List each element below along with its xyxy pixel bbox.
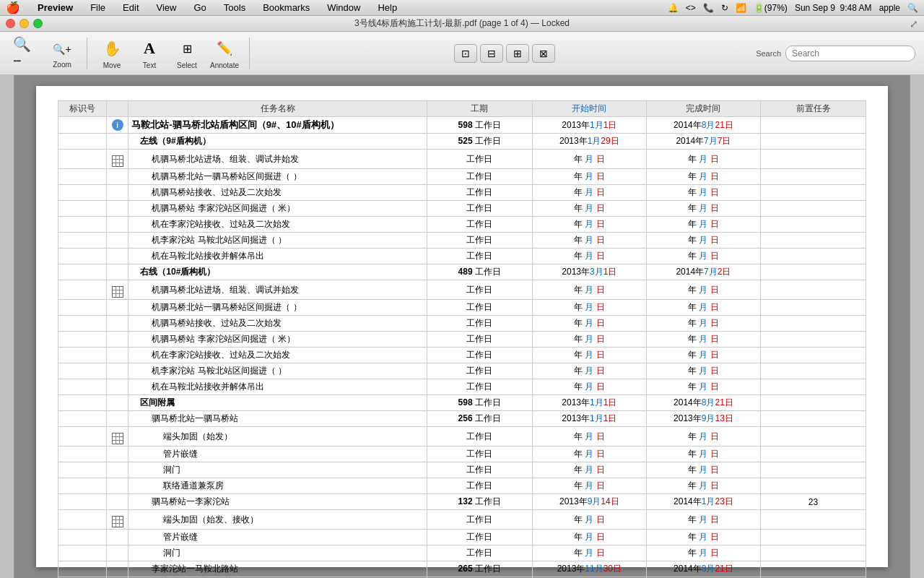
cell-duration: 工作日 xyxy=(427,169,532,185)
maximize-button[interactable] xyxy=(33,19,43,28)
cell-end: 2014年7月7日 xyxy=(646,134,760,150)
date-day-empty: 日 xyxy=(710,334,719,344)
notification-icon[interactable]: 🔔 xyxy=(668,3,679,13)
annotate-tool[interactable]: ✏️ Annotate xyxy=(209,37,240,69)
cell-end: 年 月 日 xyxy=(646,185,760,201)
cell-id xyxy=(58,201,107,217)
menu-bookmarks[interactable]: Bookmarks xyxy=(260,1,313,14)
date-year: 2013年 xyxy=(562,267,590,277)
text-icon[interactable]: A xyxy=(138,37,161,60)
date-day-empty: 日 xyxy=(710,514,719,525)
cell-prev xyxy=(761,264,866,280)
zoom-out-tool[interactable]: 🔍− xyxy=(9,41,40,66)
date-month-empty: 月 xyxy=(585,285,593,295)
select-tool[interactable]: ⊞ Select xyxy=(171,37,203,69)
text-tool[interactable]: A Text xyxy=(134,37,165,69)
cell-prev xyxy=(761,201,866,217)
date-day: 21日 xyxy=(715,564,733,574)
date-day-empty: 日 xyxy=(710,285,719,295)
cell-icon xyxy=(106,545,128,561)
date-year-empty: 年 xyxy=(688,334,697,344)
cell-duration: 工作日 xyxy=(427,348,532,363)
cell-name: 机在马鞍北站接收并解体吊出 xyxy=(128,249,427,264)
zoom-in-tool[interactable]: 🔍+ Zoom xyxy=(46,38,78,69)
table-row: 左线（9#盾构机） 525 工作日 2013年1月29日 2014年7月7日 xyxy=(58,134,866,150)
search-menubar-icon[interactable]: 🔍 xyxy=(907,3,918,13)
cell-id xyxy=(58,510,107,530)
date-day-empty: 日 xyxy=(710,350,719,360)
date-day: 14日 xyxy=(601,496,619,506)
titlebar: 3号线4标盾构施工计划-最新.pdf (page 1 of 4) — Locke… xyxy=(0,16,924,32)
cell-duration: 工作日 xyxy=(427,462,532,478)
cell-start: 年 月 日 xyxy=(532,249,646,264)
menu-file[interactable]: File xyxy=(87,1,108,14)
table-row: 洞门 工作日 年 月 日 年 月 日 xyxy=(58,462,866,478)
cell-prev: 23 xyxy=(761,494,866,510)
date-year-empty: 年 xyxy=(574,219,583,229)
cell-prev xyxy=(761,530,866,545)
menu-go[interactable]: Go xyxy=(191,1,209,14)
cell-start: 年 月 日 xyxy=(532,510,646,530)
view-btn-2[interactable]: ⊟ xyxy=(480,44,503,63)
close-button[interactable] xyxy=(6,19,15,28)
date-year-empty: 年 xyxy=(688,235,697,245)
view-btn-1[interactable]: ⊡ xyxy=(454,44,477,63)
menu-help[interactable]: Help xyxy=(375,1,400,14)
date-day-empty: 日 xyxy=(596,219,605,229)
search-input[interactable] xyxy=(785,46,915,61)
move-icon[interactable]: ✋ xyxy=(100,37,123,60)
cell-start: 年 月 日 xyxy=(532,348,646,363)
cell-prev xyxy=(761,478,866,494)
menu-preview[interactable]: Preview xyxy=(35,1,76,14)
table-row: 联络通道兼泵房 工作日 年 月 日 年 月 日 xyxy=(58,478,866,494)
grid-icon xyxy=(112,286,123,298)
cell-icon xyxy=(106,478,128,494)
duration-unit: 工作日 xyxy=(475,397,501,407)
zoom-out-icon[interactable]: 🔍− xyxy=(13,41,36,64)
cell-id xyxy=(58,478,107,494)
date-year-empty: 年 xyxy=(688,302,697,312)
table-row: 机在李家沱站接收、过站及二次始发 工作日 年 月 日 年 月 日 xyxy=(58,217,866,233)
menu-edit[interactable]: Edit xyxy=(120,1,141,14)
apple-menu[interactable]: 🍎 xyxy=(6,1,20,14)
cell-icon xyxy=(106,169,128,185)
menu-tools[interactable]: Tools xyxy=(221,1,248,14)
cell-prev xyxy=(761,117,866,134)
cell-name: 机驷马桥北站进场、组装、调试并始发 xyxy=(128,280,427,300)
date-month: 8月 xyxy=(702,120,715,130)
date-day: 29日 xyxy=(601,136,619,146)
date-month-empty: 月 xyxy=(699,171,707,181)
cell-name: 区间附属 xyxy=(128,395,427,411)
menu-view[interactable]: View xyxy=(154,1,180,14)
move-tool[interactable]: ✋ Move xyxy=(96,37,128,69)
date-year-empty: 年 xyxy=(688,154,697,164)
date-year-empty: 年 xyxy=(574,381,583,392)
cell-id xyxy=(58,150,107,169)
expand-icon[interactable]: ⤢ xyxy=(910,18,918,30)
cell-end: 年 月 日 xyxy=(646,348,760,363)
date-year: 2013年 xyxy=(559,136,588,146)
date-month-empty: 月 xyxy=(699,285,707,295)
view-btn-3[interactable]: ⊞ xyxy=(506,44,529,63)
cell-name: 机在李家沱站接收、过站及二次始发 xyxy=(128,348,427,363)
date-day-empty: 日 xyxy=(710,449,719,459)
sync-icon[interactable]: ↻ xyxy=(721,3,728,13)
minimize-button[interactable] xyxy=(19,19,29,28)
zoom-in-icon[interactable]: 🔍+ xyxy=(51,38,74,61)
select-icon[interactable]: ⊞ xyxy=(175,37,199,60)
cell-duration: 工作日 xyxy=(427,150,532,169)
date-year-empty: 年 xyxy=(574,548,583,558)
code-icon[interactable]: <> xyxy=(686,3,696,13)
cell-duration: 598 工作日 xyxy=(427,117,532,134)
view-btn-4[interactable]: ⊠ xyxy=(532,44,555,63)
cell-start: 2013年11月30日 xyxy=(532,561,646,577)
cell-prev xyxy=(761,447,866,462)
date-day-empty: 日 xyxy=(710,154,719,164)
date-year: 2013年 xyxy=(562,397,590,407)
date-year-empty: 年 xyxy=(688,318,697,328)
annotate-icon[interactable]: ✏️ xyxy=(213,37,236,60)
pdf-area[interactable]: 标识号 任务名称 工期 开始时间 完成时间 前置任务 i 马鞍北站-驷马桥北站盾… xyxy=(14,75,910,578)
date-month: 7月 xyxy=(704,267,718,277)
menu-window[interactable]: Window xyxy=(324,1,363,14)
phone-icon[interactable]: 📞 xyxy=(703,3,714,13)
